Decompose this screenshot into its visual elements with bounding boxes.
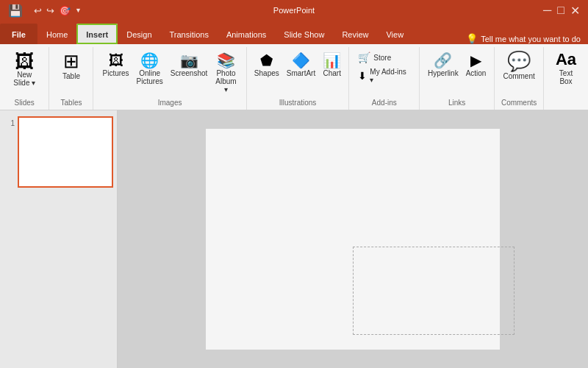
links-group-label: Links: [448, 99, 465, 110]
slides-group-label: Slides: [15, 99, 35, 110]
comment-label: Comment: [503, 72, 534, 80]
maximize-btn[interactable]: □: [555, 4, 567, 18]
group-addins: 🛒 Store ⬇ My Add-ins ▾ Add-ins: [349, 47, 420, 110]
table-label: Table: [62, 72, 80, 80]
close-btn[interactable]: ✕: [568, 4, 582, 18]
text-box-placeholder[interactable]: [353, 247, 514, 335]
group-images: 🖼 Pictures 🌐 OnlinePictures 📷 Screenshot…: [93, 47, 246, 110]
chart-icon: 📊: [323, 52, 341, 69]
redo-btn[interactable]: ↪: [45, 5, 56, 16]
minimize-btn[interactable]: ─: [541, 4, 553, 18]
tab-design[interactable]: Design: [118, 24, 160, 44]
canvas-area: [118, 110, 588, 368]
ribbon-content: 🖼 NewSlide ▾ Slides ⊞ Table Tables 🖼 Pic…: [0, 44, 588, 110]
addins-items: 🛒 Store ⬇ My Add-ins ▾: [355, 47, 413, 99]
addins-group-label: Add-ins: [372, 99, 397, 110]
action-icon: ▶: [470, 52, 481, 69]
online-pictures-label: OnlinePictures: [137, 69, 163, 85]
comments-items: 💬 Comment: [500, 47, 537, 99]
online-pictures-button[interactable]: 🌐 OnlinePictures: [134, 50, 166, 87]
images-group-label: Images: [158, 99, 182, 110]
illustrations-group-label: Illustrations: [279, 99, 317, 110]
app-body: 1: [0, 110, 588, 368]
text-box-icon: Aa: [556, 52, 576, 68]
smartart-icon: 🔷: [292, 52, 310, 69]
slide-thumbnail-1[interactable]: [18, 116, 113, 188]
tab-animations[interactable]: Animations: [218, 24, 275, 44]
tell-me-area: 💡 Tell me what you want to do: [466, 33, 588, 44]
slide-thumb-1-container: 1: [3, 116, 114, 188]
group-comments: 💬 Comment Comments: [495, 47, 544, 110]
my-addins-icon: ⬇: [358, 70, 367, 82]
hyperlink-label: Hyperlink: [428, 69, 459, 77]
tab-home[interactable]: Home: [37, 24, 76, 44]
ribbon-tabs-row: File Home Insert Design Transitions Anim…: [0, 21, 588, 44]
smartart-button[interactable]: 🔷 SmartArt: [284, 50, 318, 79]
comment-icon: 💬: [507, 52, 531, 71]
group-illustrations: ⬟ Shapes 🔷 SmartArt 📊 Chart Illustration…: [247, 47, 350, 110]
customize-btn[interactable]: 🎯: [57, 5, 72, 16]
images-items: 🖼 Pictures 🌐 OnlinePictures 📷 Screenshot…: [99, 47, 240, 99]
smartart-label: SmartArt: [287, 69, 315, 77]
slides-panel: 1: [0, 110, 118, 368]
tab-view[interactable]: View: [377, 24, 412, 44]
undo-btn[interactable]: ↩: [32, 5, 43, 16]
store-button[interactable]: 🛒 Store: [355, 50, 413, 65]
tell-me-icon: 💡: [466, 33, 478, 44]
app-title: PowerPoint: [273, 6, 315, 15]
tab-review[interactable]: Review: [333, 24, 377, 44]
text-box-label: TextBox: [559, 69, 573, 85]
links-items: 🔗 Hyperlink ▶ Action: [425, 47, 489, 99]
group-tables: ⊞ Table Tables: [49, 47, 93, 110]
online-pictures-icon: 🌐: [140, 52, 159, 69]
my-addins-button[interactable]: ⬇ My Add-ins ▾: [355, 66, 413, 85]
slide-number-1: 1: [3, 119, 15, 127]
tables-items: ⊞ Table: [57, 47, 86, 99]
group-slides: 🖼 NewSlide ▾ Slides: [0, 47, 49, 110]
text-items: Aa TextBox: [551, 47, 581, 107]
tell-me-label: Tell me what you want to do: [481, 35, 581, 43]
chart-label: Chart: [323, 69, 340, 77]
tables-group-label: Tables: [61, 99, 82, 110]
group-text: Aa TextBox: [544, 47, 588, 110]
title-bar: 💾 ↩ ↪ 🎯 ▼ PowerPoint ─ □ ✕: [0, 0, 588, 21]
tab-slideshow[interactable]: Slide Show: [275, 24, 333, 44]
comment-button[interactable]: 💬 Comment: [500, 50, 537, 82]
slides-items: 🖼 NewSlide ▾: [5, 47, 43, 99]
tab-file[interactable]: File: [0, 24, 37, 44]
chart-button[interactable]: 📊 Chart: [320, 50, 344, 79]
action-label: Action: [466, 69, 487, 77]
store-icon: 🛒: [358, 52, 370, 63]
pictures-label: Pictures: [102, 69, 129, 77]
shapes-label: Shapes: [254, 69, 279, 77]
illustrations-items: ⬟ Shapes 🔷 SmartArt 📊 Chart: [251, 47, 344, 99]
pictures-button[interactable]: 🖼 Pictures: [99, 50, 132, 79]
photo-album-icon: 📚: [217, 52, 235, 69]
new-slide-label: NewSlide ▾: [13, 71, 35, 87]
tab-transitions[interactable]: Transitions: [161, 24, 218, 44]
shapes-button[interactable]: ⬟ Shapes: [251, 50, 282, 79]
table-button[interactable]: ⊞ Table: [57, 50, 86, 82]
quick-access-toolbar: ↩ ↪ 🎯 ▼: [32, 5, 83, 16]
shapes-icon: ⬟: [260, 52, 273, 69]
action-button[interactable]: ▶ Action: [463, 50, 490, 79]
photo-album-button[interactable]: 📚 PhotoAlbum ▾: [212, 50, 240, 95]
slide-canvas[interactable]: [206, 129, 500, 350]
screenshot-button[interactable]: 📷 Screenshot: [168, 50, 211, 79]
new-slide-button[interactable]: 🖼 NewSlide ▾: [5, 50, 43, 88]
screenshot-label: Screenshot: [171, 69, 208, 77]
hyperlink-button[interactable]: 🔗 Hyperlink: [425, 50, 462, 79]
comments-group-label: Comments: [501, 99, 537, 110]
tab-insert[interactable]: Insert: [76, 24, 118, 44]
group-links: 🔗 Hyperlink ▶ Action Links: [420, 47, 495, 110]
dropdown-btn[interactable]: ▼: [74, 7, 83, 14]
my-addins-label: My Add-ins ▾: [370, 68, 410, 84]
store-label: Store: [373, 54, 391, 62]
save-icon[interactable]: 💾: [6, 4, 25, 18]
hyperlink-icon: 🔗: [434, 52, 452, 69]
photo-album-label: PhotoAlbum ▾: [215, 69, 237, 93]
table-icon: ⊞: [63, 52, 79, 71]
screenshot-icon: 📷: [180, 52, 198, 69]
pictures-icon: 🖼: [109, 52, 123, 69]
text-box-button[interactable]: Aa TextBox: [551, 50, 581, 87]
